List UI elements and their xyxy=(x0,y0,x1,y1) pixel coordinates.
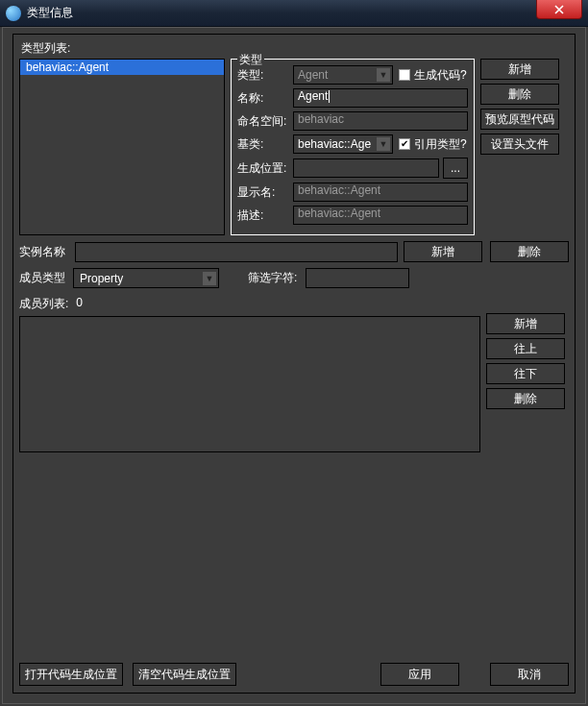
browse-button[interactable]: ... xyxy=(443,158,468,179)
member-listbox[interactable] xyxy=(19,316,480,452)
preview-proto-button[interactable]: 预览原型代码 xyxy=(480,109,559,130)
namespace-input[interactable]: behaviac xyxy=(293,111,468,131)
type-select[interactable]: Agent ▼ xyxy=(293,65,393,85)
member-type-select[interactable]: Property ▼ xyxy=(73,268,219,288)
clear-genloc-button[interactable]: 清空代码生成位置 xyxy=(133,663,236,686)
display-label: 显示名: xyxy=(237,184,293,201)
member-up-button[interactable]: 往上 xyxy=(486,338,565,359)
instance-name-label: 实例名称 xyxy=(19,244,73,260)
instance-name-input[interactable] xyxy=(75,242,398,262)
name-label: 名称: xyxy=(237,90,293,107)
instance-add-button[interactable]: 新增 xyxy=(404,241,482,262)
type-fieldset: 类型 类型: Agent ▼ 生成代码? 名称: Agent xyxy=(231,59,475,235)
desc-label: 描述: xyxy=(237,207,293,224)
filter-label: 筛选字符: xyxy=(248,270,306,286)
member-add-button[interactable]: 新增 xyxy=(486,313,565,334)
cancel-button[interactable]: 取消 xyxy=(490,663,569,686)
ref-type-checkbox[interactable] xyxy=(399,138,410,150)
chevron-down-icon: ▼ xyxy=(377,68,390,82)
typelist-label: 类型列表: xyxy=(21,40,569,57)
type-delete-button[interactable]: 删除 xyxy=(480,84,559,105)
titlebar: 类型信息 xyxy=(0,0,588,27)
member-list-label: 成员列表: xyxy=(19,296,68,312)
window-title: 类型信息 xyxy=(27,5,536,21)
member-type-label: 成员类型 xyxy=(19,270,73,286)
member-list-count: 0 xyxy=(76,296,83,312)
member-side-buttons: 新增 往上 往下 删除 xyxy=(486,313,565,409)
type-listbox[interactable]: behaviac::Agent xyxy=(19,59,225,235)
base-select-value: behaviac::Age xyxy=(298,137,371,151)
chevron-down-icon: ▼ xyxy=(203,272,216,285)
ref-type-label: 引用类型? xyxy=(414,136,467,153)
close-button[interactable] xyxy=(536,0,582,19)
window-frame: 类型列表: behaviac::Agent 类型 类型: Agent ▼ 生成代… xyxy=(2,27,586,704)
namespace-label: 命名空间: xyxy=(237,113,293,130)
genloc-label: 生成位置: xyxy=(237,160,293,177)
filter-input[interactable] xyxy=(306,268,409,288)
text-caret xyxy=(329,90,330,103)
type-list-item[interactable]: behaviac::Agent xyxy=(20,60,224,75)
open-genloc-button[interactable]: 打开代码生成位置 xyxy=(19,663,123,686)
display-input[interactable]: behaviac::Agent xyxy=(293,183,468,202)
gen-code-checkbox[interactable] xyxy=(399,69,410,81)
bottom-bar: 打开代码生成位置 清空代码生成位置 应用 取消 xyxy=(19,663,569,686)
chevron-down-icon: ▼ xyxy=(377,137,390,151)
gen-code-label: 生成代码? xyxy=(414,67,467,84)
apply-button[interactable]: 应用 xyxy=(380,663,459,686)
member-delete-button[interactable]: 删除 xyxy=(486,388,565,409)
base-label: 基类: xyxy=(237,136,293,153)
genloc-input[interactable] xyxy=(293,158,439,178)
type-add-button[interactable]: 新增 xyxy=(480,59,559,80)
type-side-buttons: 新增 删除 预览原型代码 设置头文件 xyxy=(480,59,559,235)
desc-input[interactable]: behaviac::Agent xyxy=(293,206,468,225)
app-icon xyxy=(6,6,21,21)
member-down-button[interactable]: 往下 xyxy=(486,363,565,384)
base-select[interactable]: behaviac::Age ▼ xyxy=(293,134,393,154)
type-select-value: Agent xyxy=(298,68,328,82)
name-input[interactable]: Agent xyxy=(293,88,468,108)
set-header-button[interactable]: 设置头文件 xyxy=(480,134,559,155)
instance-delete-button[interactable]: 删除 xyxy=(490,241,569,262)
member-type-value: Property xyxy=(80,272,123,285)
fieldset-legend: 类型 xyxy=(237,52,264,68)
dialog-body: 类型列表: behaviac::Agent 类型 类型: Agent ▼ 生成代… xyxy=(12,34,576,694)
type-label: 类型: xyxy=(237,67,293,84)
